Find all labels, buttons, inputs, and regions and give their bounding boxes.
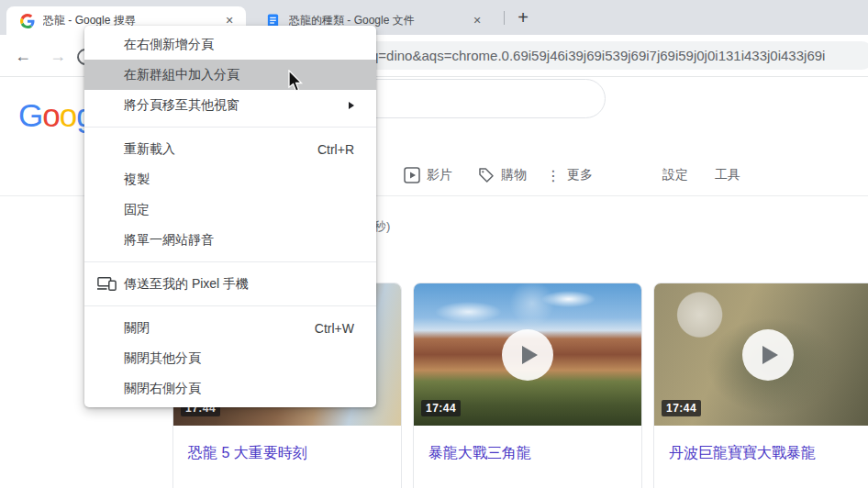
devices-icon [97, 276, 124, 292]
tab-videos[interactable]: 影片 [404, 163, 452, 187]
video-duration-badge: 17:44 [662, 400, 701, 416]
shortcut-label: Ctrl+R [317, 142, 354, 157]
menu-item-move-to-window[interactable]: 將分頁移至其他視窗 [84, 90, 376, 120]
menu-separator [84, 127, 376, 128]
video-title-link[interactable]: 丹波巨龍寶寶大戰暴龍 [654, 426, 868, 463]
forward-button[interactable]: → [47, 45, 69, 67]
play-icon[interactable] [502, 329, 553, 381]
video-thumbnail[interactable]: 17:44 [654, 283, 868, 426]
video-title-link[interactable]: 暴龍大戰三角龍 [414, 426, 641, 463]
close-tab-icon[interactable]: ✕ [470, 14, 484, 28]
menu-item-close[interactable]: 關閉 Ctrl+W [84, 313, 376, 343]
more-vert-icon: ⋮ [546, 167, 561, 184]
tab-more[interactable]: ⋮ 更多 [546, 163, 593, 187]
menu-item-send-to-pixel[interactable]: 傳送至我的 Pixel 手機 [84, 269, 376, 299]
menu-item-add-to-new-group[interactable]: 在新群組中加入分頁 [84, 60, 376, 90]
video-thumbnail[interactable]: 17:44 [414, 283, 641, 426]
back-button[interactable]: ← [12, 45, 34, 67]
logo-letter: G [18, 97, 42, 133]
url-text: q=dino&aqs=chrome.0.69i59j46i39j69i539j6… [371, 41, 825, 70]
logo-letter: o [42, 97, 59, 133]
menu-item-reload[interactable]: 重新載入 Ctrl+R [84, 134, 376, 164]
logo-letter: o [60, 97, 76, 133]
browser-window: 恐龍 - Google 搜尋 ✕ 恐龍的種類 - Google 文件 ✕ + ←… [0, 0, 868, 488]
video-card: 17:44 暴龍大戰三角龍 [413, 283, 642, 488]
settings-label: 設定 [662, 167, 688, 183]
menu-item-close-right[interactable]: 關閉右側分頁 [84, 373, 376, 404]
google-favicon-icon [20, 14, 35, 28]
menu-item-close-others[interactable]: 關閉其他分頁 [84, 343, 376, 373]
video-icon [404, 167, 420, 183]
new-tab-button[interactable]: + [510, 5, 536, 30]
tab-more-label: 更多 [567, 167, 593, 183]
play-icon[interactable] [742, 329, 794, 381]
tab-context-menu: 在右側新增分頁 在新群組中加入分頁 將分頁移至其他視窗 重新載入 Ctrl+R … [84, 26, 376, 407]
video-title-link[interactable]: 恐龍 5 大重要時刻 [173, 426, 401, 463]
mouse-cursor [288, 70, 305, 97]
tools-label: 工具 [715, 167, 740, 183]
menu-item-new-tab-right[interactable]: 在右側新增分頁 [84, 29, 376, 60]
submenu-arrow-icon [349, 102, 354, 109]
menu-separator [84, 305, 376, 306]
tab-videos-label: 影片 [427, 167, 452, 183]
result-stats-fragment: 秒) [374, 218, 390, 235]
menu-item-mute-site[interactable]: 將單一網站靜音 [84, 225, 376, 255]
menu-item-pin[interactable]: 固定 [84, 194, 376, 225]
tab-shopping-label: 購物 [501, 167, 527, 183]
tab-shopping[interactable]: 購物 [478, 163, 527, 187]
menu-item-duplicate[interactable]: 複製 [84, 164, 376, 194]
settings-link[interactable]: 設定 [662, 163, 688, 187]
shortcut-label: Ctrl+W [315, 321, 354, 336]
video-duration-badge: 17:44 [421, 400, 461, 416]
shopping-tag-icon [478, 167, 495, 183]
tab-separator [504, 11, 505, 25]
menu-separator [84, 261, 376, 262]
tools-link[interactable]: 工具 [715, 163, 740, 187]
video-card: 17:44 丹波巨龍寶寶大戰暴龍 [653, 283, 868, 488]
